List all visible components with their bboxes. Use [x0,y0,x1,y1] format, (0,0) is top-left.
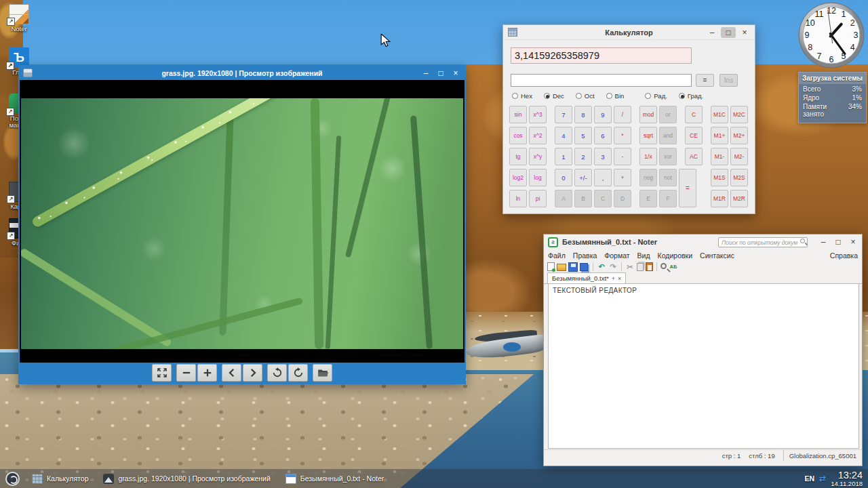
mode-radio[interactable]: Рад. [645,92,667,100]
calc-key[interactable]: log2 [509,169,527,186]
calc-key[interactable]: 6 [594,127,612,144]
menu-item[interactable]: Синтаксис [700,251,734,260]
calc-key[interactable]: pi [529,190,547,207]
calc-key[interactable]: B [574,190,592,207]
calc-key[interactable]: or [659,106,677,123]
close-button[interactable]: × [737,27,752,38]
zoom-in-button[interactable] [197,364,217,382]
minimize-button[interactable]: – [705,27,719,38]
maximize-button[interactable]: □ [831,237,846,247]
calc-key[interactable]: M2- [730,148,748,165]
calc-key[interactable]: D [614,190,631,207]
desktop-icon-noter[interactable]: Noter [1,4,37,33]
language-switch-icon[interactable]: ⇄ [819,474,826,483]
calc-key[interactable]: xor [659,148,677,165]
calc-key[interactable]: 5 [574,127,592,144]
calc-key[interactable]: not [659,169,677,186]
open-file-icon[interactable] [557,264,566,271]
menu-item[interactable]: Файл [548,251,566,260]
calc-key[interactable]: M1S [711,169,728,186]
calc-key[interactable]: x^3 [529,106,547,123]
menu-item-help[interactable]: Справка [830,251,858,260]
calc-key[interactable]: neg [639,169,657,186]
calc-key[interactable]: log [529,169,547,186]
cut-icon[interactable] [625,262,635,272]
mode-radio[interactable]: Град. [679,92,703,100]
maximize-button[interactable]: □ [433,67,448,79]
minimize-button[interactable]: – [418,67,433,79]
maximize-button[interactable]: □ [721,27,736,38]
tab-pin-icon[interactable]: + [612,275,615,282]
calc-key[interactable]: M1+ [711,127,728,144]
rotate-right-button[interactable] [288,364,308,382]
close-button[interactable]: × [448,67,463,79]
clock-tray[interactable]: 13:24 14.11.2018 [831,470,863,487]
insert-button[interactable]: Ins [719,74,738,87]
open-file-button[interactable] [313,364,332,382]
calc-key[interactable]: M1- [711,148,728,165]
menu-item[interactable]: Правка [573,251,597,260]
calc-key[interactable]: x^y [529,148,547,165]
calc-key[interactable]: ln [509,190,527,207]
calc-key[interactable]: 2 [574,148,592,165]
taskbar-item[interactable]: grass.jpg. 1920x1080 | Просмотр изображе… [100,472,273,485]
rotate-left-button[interactable] [267,364,287,382]
calc-key[interactable]: 3 [594,148,612,165]
undo-icon[interactable] [597,262,606,272]
calculator-expression-input[interactable] [511,74,692,87]
calc-key[interactable]: M2+ [730,127,748,144]
menu-item[interactable]: Кодировки [658,251,692,260]
calc-key[interactable]: 9 [594,106,612,123]
calc-key[interactable]: cos [509,127,527,144]
new-file-icon[interactable] [547,262,555,271]
noter-titlebar[interactable]: ƨ Безымянный_0.txt - Noter – □ × [544,235,862,249]
calc-key[interactable]: AC [685,148,703,165]
calc-key[interactable]: 0 [555,169,572,186]
next-image-button[interactable] [243,364,262,382]
find-icon[interactable] [660,263,667,269]
calc-key[interactable]: sin [509,106,527,123]
close-button[interactable]: × [846,237,861,247]
calc-key[interactable]: M2C [730,106,748,123]
fit-to-screen-button[interactable] [152,364,172,382]
calc-key[interactable]: CE [685,127,703,144]
viewer-titlebar[interactable]: grass.jpg. 1920x1080 | Просмотр изображе… [20,66,465,80]
calc-key[interactable]: x^2 [529,127,547,144]
menu-item[interactable]: Формат [604,251,629,260]
save-all-icon[interactable] [580,263,588,271]
calc-key[interactable]: E [639,190,657,207]
redo-icon[interactable] [608,262,618,272]
mode-radio[interactable]: Dec [544,92,564,100]
calc-key[interactable]: M1R [711,190,728,207]
calc-key[interactable]: +/- [574,169,592,186]
mode-radio[interactable]: Hex [512,92,532,100]
calc-key[interactable]: * [614,127,631,144]
calc-key[interactable]: 1 [555,148,572,165]
calc-key[interactable]: F [659,190,677,207]
minimize-button[interactable]: – [816,237,831,247]
copy-icon[interactable] [637,263,644,271]
mode-radio[interactable]: Bin [606,92,625,100]
tab-document[interactable]: Безымянный_0.txt* + × [547,272,626,283]
viewer-canvas[interactable] [20,80,465,364]
equals-small-button[interactable]: = [696,74,714,87]
previous-image-button[interactable] [222,364,241,382]
calc-key[interactable]: M2R [730,190,748,207]
calc-key[interactable]: mod [639,106,657,123]
calc-key[interactable]: - [614,148,631,165]
calc-key[interactable]: sqrt [639,127,657,144]
paste-icon[interactable] [646,262,653,271]
calc-key[interactable]: tg [509,148,527,165]
calc-key[interactable]: C [594,190,612,207]
calc-key[interactable]: M2S [730,169,748,186]
calc-key[interactable]: + [614,169,631,186]
calc-key[interactable]: / [614,106,631,123]
taskbar-item[interactable]: Безымянный_0.txt - Noter [283,472,387,485]
taskbar-item[interactable]: Калькулятор [29,472,91,485]
menu-item[interactable]: Вид [637,251,650,260]
mode-radio[interactable]: Oct [576,92,595,100]
calc-key[interactable]: and [659,127,677,144]
encoding-icon[interactable] [669,262,678,272]
save-file-icon[interactable] [568,262,578,272]
calc-key[interactable]: C [685,106,703,123]
